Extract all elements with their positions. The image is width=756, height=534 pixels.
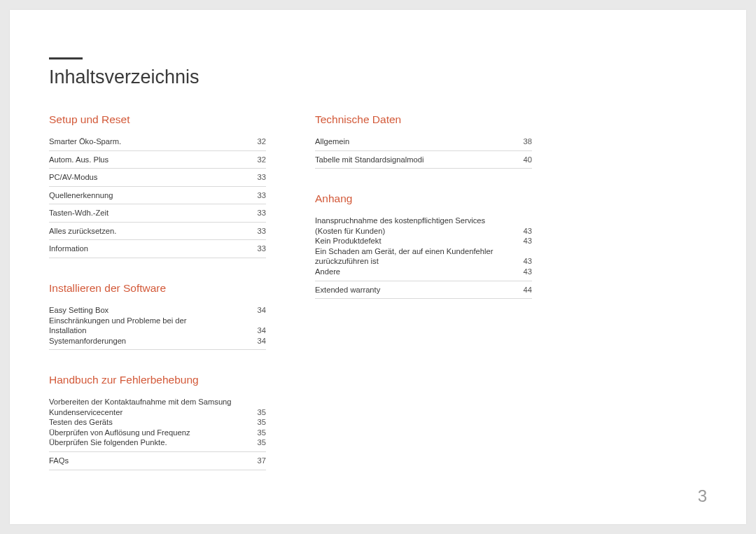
- toc-entry-label-prefix: Inanspruchnahme des kostenpflichtigen Se…: [315, 216, 485, 226]
- toc-columns: Setup und Reset Smarter Öko-Sparm. 32 Au…: [49, 113, 707, 494]
- toc-subentry[interactable]: Ein Schaden am Gerät, der auf einen Kund…: [315, 246, 532, 267]
- toc-column-left: Setup und Reset Smarter Öko-Sparm. 32 Au…: [49, 113, 266, 494]
- toc-entry-group: Vorbereiten der Kontaktaufnahme mit dem …: [49, 393, 266, 452]
- toc-entry-label: Smarter Öko-Sparm.: [49, 136, 258, 147]
- toc-entry-group: Inanspruchnahme des kostenpflichtigen Se…: [315, 212, 532, 281]
- toc-entry-label-prefix: Vorbereiten der Kontaktaufnahme mit dem …: [49, 397, 232, 407]
- toc-entry-label: Andere: [315, 267, 524, 277]
- toc-entry-label: Überprüfen Sie folgenden Punkte.: [49, 437, 258, 448]
- page-number: 3: [698, 486, 707, 506]
- section-title: Installieren der Software: [49, 282, 266, 295]
- toc-entry[interactable]: Extended warranty 44: [315, 281, 532, 300]
- toc-entry-label: Allgemein: [315, 136, 524, 147]
- toc-entry-page: 33: [258, 226, 266, 237]
- section-appendix: Anhang Inanspruchnahme des kostenpflicht…: [315, 192, 532, 299]
- toc-entry[interactable]: Alles zurücksetzen. 33: [49, 223, 266, 241]
- toc-subentry[interactable]: Inanspruchnahme des kostenpflichtigen Se…: [315, 216, 532, 236]
- toc-entry-page: 35: [258, 417, 266, 428]
- toc-subentry[interactable]: Einschränkungen und Probleme bei der Ins…: [49, 316, 266, 336]
- toc-entry-label: Easy Setting Box: [49, 305, 258, 316]
- toc-entry-page: 43: [524, 236, 532, 246]
- toc-entry-label: PC/AV-Modus: [49, 172, 258, 183]
- toc-subentry[interactable]: Andere 43: [315, 267, 532, 277]
- toc-subentry[interactable]: Kein Produktdefekt 43: [315, 236, 532, 246]
- toc-entry[interactable]: Easy Setting Box 34: [49, 305, 266, 316]
- toc-entry-group: Easy Setting Box 34 Einschränkungen und …: [49, 302, 266, 350]
- toc-entry-label: zurückzuführen ist: [315, 256, 524, 267]
- toc-entry-page: 43: [524, 226, 532, 237]
- toc-entry-label-prefix: Ein Schaden am Gerät, der auf einen Kund…: [315, 246, 493, 257]
- toc-entry-page: 40: [524, 155, 532, 165]
- toc-entry[interactable]: Quellenerkennung 33: [49, 187, 266, 205]
- toc-entry-label: Tabelle mit Standardsignalmodi: [315, 155, 524, 165]
- page-title: Inhaltsverzeichnis: [49, 66, 707, 88]
- toc-entry-label: (Kosten für Kunden): [315, 226, 524, 237]
- toc-entry-page: 35: [258, 437, 266, 448]
- toc-subentry[interactable]: Systemanforderungen 34: [49, 336, 266, 346]
- toc-entry-page: 34: [258, 325, 266, 336]
- toc-entry-label: Testen des Geräts: [49, 417, 258, 428]
- toc-entry-label: Alles zurücksetzen.: [49, 226, 258, 237]
- toc-entry-label: FAQs: [49, 456, 258, 466]
- toc-entry-page: 35: [258, 428, 266, 438]
- toc-entry-page: 34: [258, 336, 266, 346]
- toc-entry[interactable]: Autom. Aus. Plus 32: [49, 151, 266, 169]
- section-install-software: Installieren der Software Easy Setting B…: [49, 282, 266, 350]
- toc-entry-page: 35: [258, 407, 266, 418]
- toc-entry[interactable]: Allgemein 38: [315, 133, 532, 151]
- toc-entry-label: Systemanforderungen: [49, 336, 258, 346]
- toc-entry-page: 37: [258, 456, 266, 466]
- toc-entry[interactable]: Tasten-Wdh.-Zeit 33: [49, 204, 266, 223]
- toc-entry[interactable]: Information 33: [49, 240, 266, 258]
- toc-entry[interactable]: Tabelle mit Standardsignalmodi 40: [315, 151, 532, 169]
- toc-entry[interactable]: PC/AV-Modus 33: [49, 169, 266, 187]
- toc-subentry[interactable]: Testen des Geräts 35: [49, 417, 266, 428]
- toc-entry-label-prefix: Einschränkungen und Probleme bei der: [49, 316, 187, 326]
- toc-entry-page: 32: [258, 136, 266, 147]
- toc-entry-label: Tasten-Wdh.-Zeit: [49, 208, 258, 218]
- toc-entry-page: 34: [258, 305, 266, 316]
- toc-entry-page: 33: [258, 172, 266, 183]
- section-title: Technische Daten: [315, 113, 532, 126]
- toc-subentry[interactable]: Vorbereiten der Kontaktaufnahme mit dem …: [49, 397, 266, 417]
- toc-subentry[interactable]: Überprüfen Sie folgenden Punkte. 35: [49, 437, 266, 448]
- section-title: Anhang: [315, 192, 532, 205]
- toc-column-right: Technische Daten Allgemein 38 Tabelle mi…: [315, 113, 532, 494]
- toc-entry-page: 33: [258, 244, 266, 254]
- section-title: Setup und Reset: [49, 113, 266, 126]
- toc-entry-label: Autom. Aus. Plus: [49, 155, 258, 165]
- toc-entry-page: 43: [524, 267, 532, 277]
- toc-entry[interactable]: Smarter Öko-Sparm. 32: [49, 133, 266, 151]
- section-setup-reset: Setup und Reset Smarter Öko-Sparm. 32 Au…: [49, 113, 266, 258]
- toc-entry-page: 38: [524, 136, 532, 147]
- toc-entry-page: 32: [258, 155, 266, 165]
- toc-entry-page: 44: [524, 285, 532, 295]
- toc-entry-label: Extended warranty: [315, 285, 524, 295]
- toc-entry-label: Installation: [49, 325, 258, 336]
- toc-entry-label: Kein Produktdefekt: [315, 236, 524, 246]
- section-tech-data: Technische Daten Allgemein 38 Tabelle mi…: [315, 113, 532, 169]
- title-rule: [49, 57, 83, 59]
- section-title: Handbuch zur Fehlerbehebung: [49, 374, 266, 386]
- toc-entry-page: 33: [258, 208, 266, 218]
- toc-entry-label: Quellenerkennung: [49, 190, 258, 201]
- toc-entry-label: Überprüfen von Auflösung und Frequenz: [49, 428, 258, 438]
- toc-entry-label: Information: [49, 244, 258, 254]
- toc-entry-page: 43: [524, 256, 532, 267]
- document-page: Inhaltsverzeichnis Setup und Reset Smart…: [10, 10, 746, 524]
- section-troubleshooting: Handbuch zur Fehlerbehebung Vorbereiten …: [49, 374, 266, 470]
- toc-entry[interactable]: FAQs 37: [49, 452, 266, 470]
- toc-entry-label: Kundenservicecenter: [49, 407, 258, 418]
- toc-subentry[interactable]: Überprüfen von Auflösung und Frequenz 35: [49, 428, 266, 438]
- toc-entry-page: 33: [258, 190, 266, 201]
